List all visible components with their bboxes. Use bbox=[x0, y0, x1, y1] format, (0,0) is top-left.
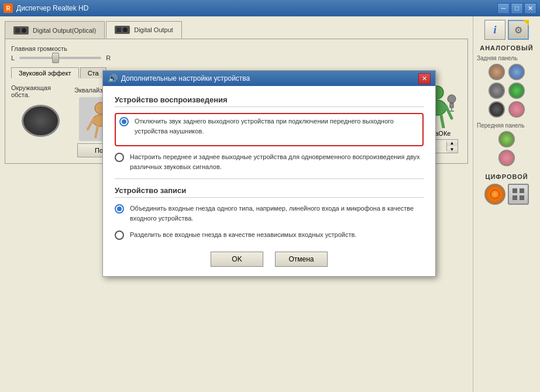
sub-tab-effect[interactable]: Звуковой эффект bbox=[11, 67, 79, 78]
right-top-icons: i ⚙ bbox=[484, 20, 529, 40]
svg-line-8 bbox=[88, 119, 94, 129]
connector-lime[interactable] bbox=[498, 131, 515, 147]
connector-row-front-2 bbox=[498, 150, 515, 166]
karaoke-up-button[interactable]: ▲ bbox=[447, 140, 458, 146]
dialog-sound-icon: 🔊 bbox=[108, 74, 118, 83]
dialog-title-text: Дополнительные настройки устройства bbox=[121, 74, 418, 82]
connector-brown[interactable] bbox=[489, 64, 505, 80]
dialog-option-3: Объединить входные гнезда одного типа, н… bbox=[115, 204, 424, 223]
back-panel-label: Задняя панель bbox=[477, 55, 517, 61]
option-3-text: Объединить входные гнезда одного типа, н… bbox=[130, 204, 424, 223]
dialog-ok-button[interactable]: OK bbox=[211, 252, 263, 267]
option1-highlight: Отключить звук заднего выходного устройс… bbox=[115, 113, 424, 146]
dialog-option-1: Отключить звук заднего выходного устройс… bbox=[119, 116, 419, 136]
karaoke-down-button[interactable]: ▼ bbox=[447, 146, 458, 153]
dialog-record-title: Устройство записи bbox=[115, 186, 424, 198]
digital-icon-optical[interactable] bbox=[484, 184, 505, 205]
vol-right-label: R bbox=[106, 54, 111, 61]
slider-thumb[interactable] bbox=[52, 53, 59, 63]
surround-label: Окружающая обста. bbox=[11, 84, 70, 98]
tab-digital-optical[interactable]: Digital Output(Optical) bbox=[5, 21, 105, 39]
radio-option-1[interactable] bbox=[119, 117, 129, 126]
svg-line-10 bbox=[95, 126, 98, 138]
digital-label: ЦИФРОВОЙ bbox=[485, 173, 528, 180]
window-controls: ─ □ ✕ bbox=[497, 3, 536, 14]
svg-rect-48 bbox=[513, 195, 517, 200]
svg-point-2 bbox=[22, 28, 26, 33]
front-panel-label: Передняя панель bbox=[477, 122, 524, 129]
speaker-puck bbox=[22, 105, 60, 137]
volume-slider[interactable] bbox=[19, 57, 101, 59]
dialog-cancel-button[interactable]: Отмена bbox=[275, 252, 328, 267]
right-panel: i ⚙ АНАЛОГОВЫЙ Задняя панель Передн bbox=[473, 16, 540, 392]
connector-row-front-1 bbox=[498, 131, 515, 147]
analog-label: АНАЛОГОВЫЙ bbox=[480, 44, 534, 51]
app-icon: R bbox=[4, 4, 13, 13]
option-2-text: Настроить переднее и заднее выходные уст… bbox=[130, 152, 424, 171]
dialog-body: Устройство воспроизведения Отключить зву… bbox=[103, 86, 435, 276]
dialog-close-button[interactable]: ✕ bbox=[418, 73, 431, 84]
dialog-option-4: Разделить все входные гнезда в качестве … bbox=[115, 230, 424, 240]
title-bar: R Диспетчер Realtek HD ─ □ ✕ bbox=[0, 0, 540, 16]
tab-icon-digital bbox=[115, 25, 131, 35]
connector-blue[interactable] bbox=[508, 64, 525, 80]
volume-label: Главная громкость bbox=[11, 45, 462, 52]
svg-rect-4 bbox=[116, 27, 121, 32]
svg-rect-46 bbox=[513, 188, 517, 193]
svg-rect-43 bbox=[450, 103, 453, 108]
connector-row-back-1 bbox=[489, 64, 525, 80]
radio-option-3[interactable] bbox=[115, 204, 124, 214]
yellow-corner bbox=[523, 20, 529, 26]
dialog: 🔊 Дополнительные настройки устройства ✕ … bbox=[102, 70, 436, 277]
volume-row: L R bbox=[11, 54, 462, 61]
dialog-playback-title: Устройство воспроизведения bbox=[115, 95, 424, 107]
connector-row-back-2 bbox=[489, 82, 525, 99]
option-4-text: Разделить все входные гнезда в качестве … bbox=[130, 230, 356, 240]
digital-icons bbox=[484, 184, 529, 205]
tab-icon-optical bbox=[13, 25, 30, 36]
connector-row-back-3 bbox=[489, 101, 525, 118]
connector-black[interactable] bbox=[489, 101, 505, 118]
digital-icon-grid[interactable] bbox=[508, 184, 529, 205]
connector-pink-front[interactable] bbox=[498, 150, 515, 166]
svg-rect-1 bbox=[15, 28, 20, 33]
svg-rect-47 bbox=[520, 188, 524, 193]
karaoke-arrows: ▲ ▼ bbox=[447, 140, 458, 153]
minimize-button[interactable]: ─ bbox=[497, 3, 510, 14]
info-button[interactable]: i bbox=[484, 20, 505, 40]
vol-left-label: L bbox=[11, 54, 15, 61]
dialog-title-bar: 🔊 Дополнительные настройки устройства ✕ bbox=[103, 71, 435, 86]
connector-green[interactable] bbox=[508, 82, 525, 99]
dialog-buttons: OK Отмена bbox=[115, 247, 424, 269]
tabs-row: Digital Output(Optical) Digital Output bbox=[0, 16, 473, 39]
gear-button-container: ⚙ bbox=[508, 20, 529, 40]
connector-darkgray[interactable] bbox=[489, 82, 505, 99]
maximize-button[interactable]: □ bbox=[511, 3, 523, 14]
dialog-option-2: Настроить переднее и заднее выходные уст… bbox=[115, 152, 424, 171]
speaker-icon bbox=[20, 102, 61, 140]
close-button[interactable]: ✕ bbox=[524, 3, 536, 14]
dialog-divider bbox=[115, 178, 424, 179]
radio-option-4[interactable] bbox=[115, 231, 124, 240]
window-title: Диспетчер Realtek HD bbox=[16, 4, 497, 12]
svg-point-5 bbox=[123, 27, 128, 32]
connector-pink[interactable] bbox=[508, 101, 525, 118]
svg-line-41 bbox=[441, 115, 443, 128]
surround-section: Окружающая обста. bbox=[11, 84, 70, 140]
svg-point-42 bbox=[448, 95, 456, 103]
radio-option-2[interactable] bbox=[115, 153, 124, 162]
volume-section: Главная громкость L R bbox=[11, 45, 462, 61]
svg-rect-49 bbox=[520, 195, 524, 200]
option-1-text: Отключить звук заднего выходного устройс… bbox=[135, 116, 419, 136]
tab-digital-output[interactable]: Digital Output bbox=[106, 21, 182, 39]
